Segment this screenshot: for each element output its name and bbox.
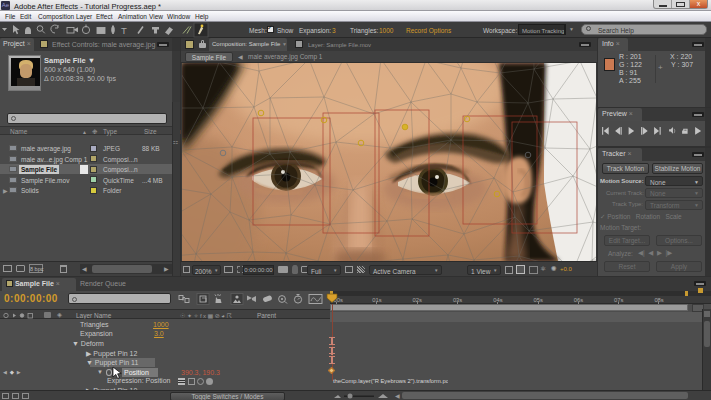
svg-text:T: T <box>121 25 127 36</box>
